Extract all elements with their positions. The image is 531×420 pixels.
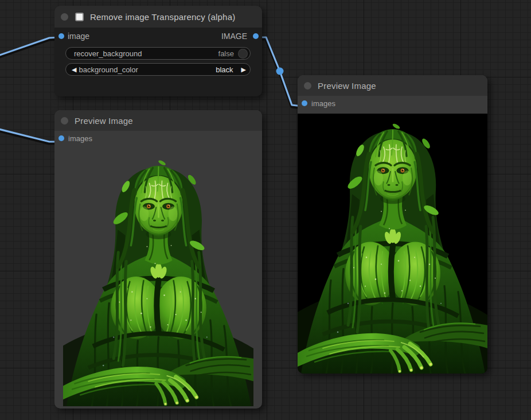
collapse-dot-icon[interactable] [61, 117, 68, 125]
widget-value: black [216, 65, 233, 74]
node-titlebar[interactable]: Preview Image [298, 75, 487, 96]
toggle-knob-icon[interactable] [238, 49, 248, 59]
collapse-dot-icon[interactable] [61, 13, 68, 21]
node-preview-image-left[interactable]: Preview Image images [54, 110, 262, 409]
widget-label: recover_background [74, 49, 142, 58]
link-midpoint-dot[interactable] [276, 68, 284, 75]
widget-value: false [218, 49, 234, 58]
preview-image-black-bg [298, 114, 487, 374]
node-preview-image-right[interactable]: Preview Image images [298, 75, 487, 374]
collapse-dot-icon[interactable] [304, 82, 311, 90]
node-checkbox-icon[interactable] [75, 13, 84, 21]
widget-recover-background[interactable]: recover_background false [65, 47, 251, 60]
input-slot-label: image [68, 32, 89, 41]
output-slot-label: IMAGE [221, 32, 247, 41]
node-title: Preview Image [318, 81, 376, 91]
widget-label: background_color [79, 65, 138, 74]
input-slot-image[interactable] [58, 33, 64, 39]
moss-woman-figure [63, 150, 253, 406]
input-slot-images[interactable] [58, 135, 64, 141]
widget-background-color[interactable]: ◀ background_color black ▶ [65, 63, 251, 76]
node-titlebar[interactable]: Preview Image [54, 110, 262, 131]
input-slot-label: images [68, 134, 92, 143]
slot-row: images [298, 96, 487, 111]
combo-left-arrow-icon[interactable]: ◀ [72, 67, 76, 73]
node-title: Preview Image [75, 116, 133, 126]
output-slot-image[interactable] [253, 33, 259, 39]
input-slot-label: images [311, 99, 335, 108]
slot-row: images [54, 131, 262, 146]
combo-right-arrow-icon[interactable]: ▶ [241, 67, 246, 73]
node-remove-transparency[interactable]: Remove image Transparency (alpha) image … [54, 6, 262, 96]
slot-row: image IMAGE [54, 28, 262, 45]
input-slot-images[interactable] [302, 100, 307, 106]
node-title: Remove image Transparency (alpha) [90, 12, 235, 22]
preview-image-transparent-bg [63, 150, 253, 406]
node-titlebar[interactable]: Remove image Transparency (alpha) [54, 6, 262, 28]
moss-woman-figure [298, 114, 487, 374]
node-graph-canvas[interactable]: Remove image Transparency (alpha) image … [0, 0, 531, 420]
link-shadow [0, 39, 60, 58]
